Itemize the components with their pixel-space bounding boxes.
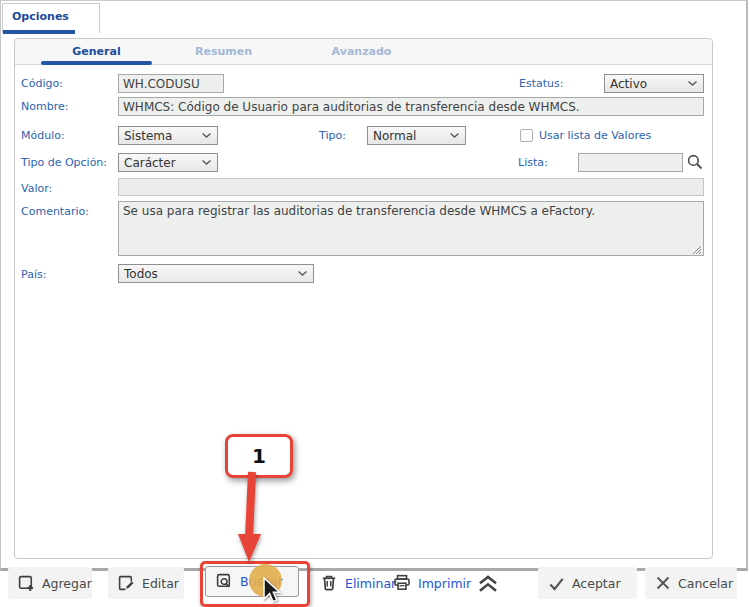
check-icon xyxy=(548,575,565,592)
chevron-down-icon xyxy=(687,80,698,87)
chevron-down-icon xyxy=(201,159,212,166)
editar-label: Editar xyxy=(142,576,179,591)
comentario-textarea[interactable]: Se usa para registrar las auditorias de … xyxy=(118,201,704,256)
usar-lista-label: Usar lista de Valores xyxy=(539,129,651,142)
tab-general-label: General xyxy=(72,45,120,58)
comentario-label: Comentario: xyxy=(21,205,89,218)
modulo-select-value: Sistema xyxy=(124,129,172,143)
tab-avanzado[interactable]: Avanzado xyxy=(300,39,423,64)
tab-opciones-label: Opciones xyxy=(12,10,69,23)
add-record-icon xyxy=(18,575,35,592)
tipo-select-value: Normal xyxy=(373,129,416,143)
imprimir-button[interactable]: Imprimir xyxy=(383,567,473,599)
aceptar-label: Aceptar xyxy=(572,576,621,591)
close-icon xyxy=(655,575,671,591)
pais-select[interactable]: Todos xyxy=(118,264,314,283)
search-icon[interactable] xyxy=(686,153,704,171)
nombre-input[interactable] xyxy=(118,97,704,116)
tab-avanzado-label: Avanzado xyxy=(332,45,392,58)
inner-tabstrip: General Resumen Avanzado xyxy=(15,39,712,65)
chevron-down-icon xyxy=(449,132,460,139)
modulo-select[interactable]: Sistema xyxy=(118,126,218,145)
tipo-opcion-select-value: Carácter xyxy=(124,156,176,170)
tab-opciones-underline xyxy=(3,30,75,34)
tipo-opcion-label: Tipo de Opción: xyxy=(21,156,107,169)
agregar-button[interactable]: Agregar xyxy=(8,567,92,599)
cancelar-label: Cancelar xyxy=(678,576,733,591)
printer-icon xyxy=(393,574,411,592)
chevron-down-icon xyxy=(201,132,212,139)
nombre-label: Nombre: xyxy=(21,100,68,113)
tab-resumen-label: Resumen xyxy=(195,45,252,58)
chevron-down-icon xyxy=(297,270,308,277)
tab-general[interactable]: General xyxy=(35,39,158,64)
tipo-select[interactable]: Normal xyxy=(367,126,466,145)
trash-icon xyxy=(320,574,338,592)
edit-icon xyxy=(118,575,135,592)
tab-general-underline xyxy=(41,61,152,65)
collapse-toolbar-icon[interactable] xyxy=(476,572,500,594)
opciones-window: Opciones General Resumen Avanzado Código… xyxy=(0,0,750,607)
tipo-opcion-select[interactable]: Carácter xyxy=(118,153,218,172)
modulo-label: Módulo: xyxy=(21,129,65,142)
estatus-select-value: Activo xyxy=(610,77,647,91)
codigo-label: Código: xyxy=(21,77,63,90)
step-number: 1 xyxy=(252,444,266,468)
tab-resumen[interactable]: Resumen xyxy=(162,39,285,64)
lista-input[interactable] xyxy=(578,153,683,172)
agregar-label: Agregar xyxy=(42,576,92,591)
valor-input[interactable] xyxy=(118,178,704,196)
tipo-label: Tipo: xyxy=(319,129,346,142)
pais-select-value: Todos xyxy=(124,267,158,281)
editar-button[interactable]: Editar xyxy=(108,567,184,599)
form-card: General Resumen Avanzado Código: Estatus… xyxy=(14,38,713,559)
valor-label: Valor: xyxy=(21,182,52,195)
aceptar-button[interactable]: Aceptar xyxy=(538,567,637,599)
mouse-cursor-icon xyxy=(262,577,284,605)
codigo-input[interactable] xyxy=(118,74,224,93)
usar-lista-checkbox[interactable] xyxy=(520,129,533,142)
estatus-select[interactable]: Activo xyxy=(604,74,704,93)
estatus-label: Estatus: xyxy=(519,77,563,90)
lista-label: Lista: xyxy=(518,156,548,169)
tab-opciones[interactable]: Opciones xyxy=(2,3,100,33)
pais-label: País: xyxy=(21,268,46,281)
cancelar-button[interactable]: Cancelar xyxy=(645,567,737,599)
imprimir-label: Imprimir xyxy=(418,576,471,591)
annotation-arrow xyxy=(230,470,270,566)
